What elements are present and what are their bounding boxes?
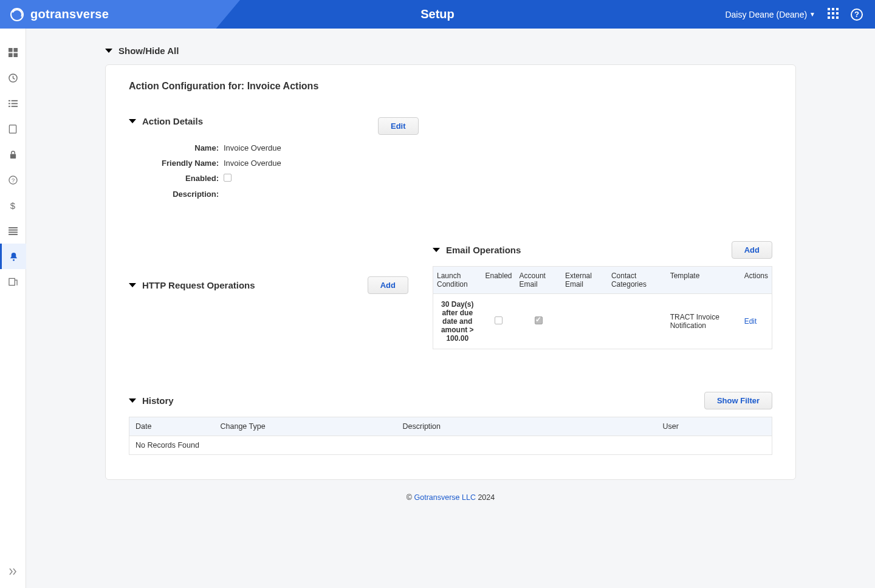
show-hide-all[interactable]: Show/Hide All [105, 29, 796, 64]
svg-rect-7 [828, 16, 830, 19]
http-ops-header[interactable]: HTTP Request Operations [129, 280, 255, 290]
sidebar-item-security[interactable] [0, 142, 26, 167]
svg-point-0 [11, 9, 23, 21]
enabled-label: Enabled: [151, 174, 224, 183]
svg-text:?: ? [11, 177, 14, 183]
name-label: Name: [151, 143, 224, 152]
col-change-type[interactable]: Change Type [214, 417, 397, 436]
caret-down-icon [129, 283, 136, 287]
user-menu[interactable]: Daisy Deane (Deane) ▼ [725, 10, 815, 19]
brand[interactable]: gotransverse [0, 7, 109, 22]
svg-rect-5 [832, 12, 834, 15]
brand-logo-icon [10, 7, 24, 22]
caret-down-icon [129, 119, 136, 123]
grid-icon [9, 48, 18, 57]
cell-template: TRACT Invoice Notification [667, 294, 741, 349]
col-description[interactable]: Description [397, 417, 657, 436]
col-enabled[interactable]: Enabled [482, 267, 516, 294]
top-bar: gotransverse Setup Daisy Deane (Deane) ▼… [0, 0, 875, 29]
no-records: No Records Found [129, 436, 772, 455]
add-email-op-button[interactable]: Add [732, 241, 772, 259]
action-details-section: Action Details Name: Invoice Overdue Fri… [129, 116, 772, 205]
help-icon[interactable]: ? [851, 9, 863, 21]
edit-email-op-link[interactable]: Edit [744, 317, 757, 326]
col-user[interactable]: User [657, 417, 772, 436]
show-filter-button[interactable]: Show Filter [704, 392, 772, 409]
caret-down-icon: ▼ [809, 11, 815, 18]
sidebar-item-dashboard[interactable] [0, 39, 26, 65]
col-contact-categories[interactable]: Contact Categories [608, 267, 667, 294]
config-panel: Action Configuration for: Invoice Action… [105, 64, 796, 480]
footer-year: 2024 [478, 493, 495, 502]
svg-rect-1 [828, 8, 830, 10]
friendly-name-value: Invoice Overdue [224, 159, 281, 168]
sidebar-item-billing[interactable]: $ [0, 193, 26, 218]
sidebar-item-history[interactable] [0, 65, 26, 91]
cell-contact-categories [608, 294, 667, 349]
description-label: Description: [151, 190, 224, 199]
svg-rect-25 [9, 227, 18, 228]
action-details-header[interactable]: Action Details [129, 116, 360, 126]
col-actions[interactable]: Actions [741, 267, 772, 294]
name-value: Invoice Overdue [224, 143, 281, 152]
email-ops-section: Email Operations Add Launch Condition En… [433, 241, 772, 349]
enabled-checkbox [224, 174, 232, 182]
sidebar-item-page[interactable] [0, 116, 26, 142]
svg-rect-21 [9, 125, 16, 132]
sidebar-item-notifications[interactable] [0, 244, 26, 269]
row-enabled-checkbox [495, 316, 503, 324]
user-name: Daisy Deane (Deane) [725, 10, 807, 19]
col-launch[interactable]: Launch Condition [433, 267, 482, 294]
col-account-email[interactable]: Account Email [516, 267, 561, 294]
clock-icon [9, 74, 18, 83]
col-template[interactable]: Template [667, 267, 741, 294]
brand-text: gotransverse [30, 7, 109, 21]
footer: © Gotransverse LLC 2024 [105, 480, 796, 502]
svg-rect-28 [9, 234, 18, 235]
svg-point-29 [13, 259, 15, 261]
copyright-symbol: © [407, 493, 412, 502]
lock-icon [9, 150, 17, 159]
svg-rect-26 [9, 229, 18, 230]
dollar-icon: $ [10, 200, 15, 211]
svg-rect-20 [11, 106, 17, 107]
svg-rect-8 [832, 16, 834, 19]
sidebar-item-list[interactable] [0, 91, 26, 116]
svg-rect-15 [9, 100, 10, 101]
add-http-op-button[interactable]: Add [368, 276, 408, 294]
http-ops-section: HTTP Request Operations Add [129, 241, 408, 294]
email-ops-header[interactable]: Email Operations [433, 245, 521, 255]
history-title: History [142, 395, 174, 406]
show-hide-label: Show/Hide All [118, 46, 179, 56]
sidebar: ? $ [0, 29, 26, 588]
main-content: Show/Hide All Action Configuration for: … [26, 29, 875, 588]
history-section-header-row: History Show Filter [129, 392, 772, 409]
cell-account-email [516, 294, 561, 349]
caret-down-icon [129, 398, 136, 403]
panel-title: Action Configuration for: Invoice Action… [129, 81, 772, 92]
page-title: Setup [420, 7, 455, 21]
edit-action-button[interactable]: Edit [378, 117, 419, 135]
apps-grid-icon[interactable] [828, 8, 839, 21]
svg-rect-3 [836, 8, 839, 10]
svg-rect-18 [11, 103, 17, 104]
col-date[interactable]: Date [129, 417, 214, 436]
table-row-empty: No Records Found [129, 436, 772, 455]
col-external-email[interactable]: External Email [561, 267, 608, 294]
svg-rect-12 [9, 53, 13, 57]
svg-rect-22 [10, 154, 15, 158]
sidebar-expand[interactable] [9, 568, 17, 577]
sidebar-item-lines[interactable] [0, 218, 26, 244]
history-header[interactable]: History [129, 395, 174, 406]
sidebar-item-reports[interactable] [0, 269, 26, 295]
list-icon [9, 99, 18, 108]
svg-rect-10 [9, 48, 13, 52]
email-ops-table: Launch Condition Enabled Account Email E… [433, 266, 772, 349]
svg-rect-30 [9, 278, 14, 285]
table-header-row: Date Change Type Description User [129, 417, 772, 436]
caret-down-icon [433, 248, 440, 252]
svg-rect-6 [836, 12, 839, 15]
chevron-right-icon [9, 568, 17, 575]
sidebar-item-help[interactable]: ? [0, 167, 26, 193]
footer-link[interactable]: Gotransverse LLC [414, 493, 475, 502]
